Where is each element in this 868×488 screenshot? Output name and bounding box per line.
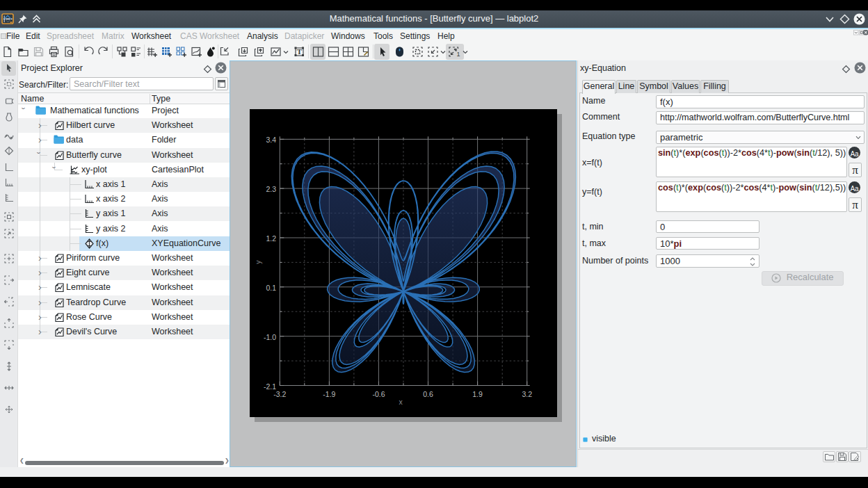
- svg-text:-3.2: -3.2: [273, 390, 286, 398]
- svg-text:-2.1: -2.1: [264, 382, 276, 391]
- svg-text:0.6: 0.6: [423, 390, 433, 398]
- svg-text:0.1: 0.1: [266, 284, 276, 292]
- svg-text:-1.9: -1.9: [323, 390, 335, 398]
- svg-text:1.2: 1.2: [266, 234, 276, 243]
- svg-text:T: T: [297, 47, 303, 56]
- svg-text:1: 1: [457, 51, 460, 58]
- svg-text:2.3: 2.3: [266, 185, 276, 193]
- svg-text:3.2: 3.2: [522, 390, 532, 398]
- svg-text:x: x: [399, 398, 403, 406]
- svg-text:-0.6: -0.6: [372, 390, 385, 398]
- svg-text:-1.0: -1.0: [264, 333, 276, 341]
- svg-text:3.4: 3.4: [266, 136, 276, 144]
- svg-text:y: y: [254, 260, 262, 264]
- svg-text:1.9: 1.9: [472, 390, 483, 398]
